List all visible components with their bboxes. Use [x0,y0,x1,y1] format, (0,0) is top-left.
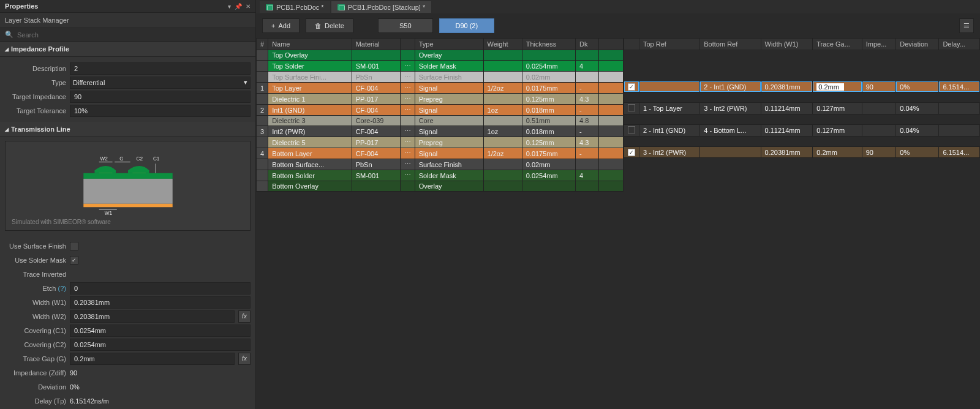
c2-input[interactable] [70,339,251,351]
search-input[interactable] [17,31,251,39]
w2-label: Width (W2) [5,313,66,320]
impedance-header-row: Top Ref Bottom Ref Width (W1) Trace Ga..… [624,39,980,50]
gap-input[interactable] [70,353,235,365]
impedance-row[interactable]: 2 - Int1 (GND)4 - Bottom L...0.11214mm0.… [624,125,980,137]
tab-stackup[interactable]: PCB1.PcbDoc [Stackup] * [331,1,432,13]
panel-title: Properties [5,2,38,10]
etch-input[interactable] [70,282,251,295]
svg-text:C2: C2 [136,156,143,162]
hamburger-icon: ☰ [963,22,970,30]
target-impedance-label: Target Impedance [5,93,66,100]
description-label: Description [5,65,66,72]
use-solder-checkbox[interactable]: ✓ [70,256,78,265]
stack-row[interactable]: Bottom OverlayOverlay [257,181,624,192]
toolbar: +Add 🗑Delete S50 D90 (2) ☰ [256,13,980,38]
search-icon: 🔍 [5,31,13,39]
deviation-label: Deviation [5,383,66,391]
spacer-row [624,61,980,71]
d90-button[interactable]: D90 (2) [439,18,494,33]
spacer-row [624,92,980,103]
stackup-grid[interactable]: # Name Material Type Weight Thickness Dk… [256,38,624,409]
impedance-row[interactable]: ✓2 - Int1 (GND)0.20381mm0.2mm900%6.1514.… [624,81,980,92]
impedance-form: Description TypeDifferential▾ Target Imp… [0,57,255,122]
stack-row[interactable]: Dielectric 5PP-017⋯Prepreg0.125mm4.3 [257,137,624,148]
w1-label: Width (W1) [5,299,66,306]
impedance-row[interactable]: ✓3 - Int2 (PWR)0.20381mm0.2mm900%6.1514.… [624,147,980,158]
pcb-icon [337,4,345,10]
gap-label: Trace Gap (G) [5,355,66,362]
svg-rect-0 [83,173,172,179]
tab-pcbdoc[interactable]: PCB1.PcbDoc * [260,1,330,13]
main-area: PCB1.PcbDoc * PCB1.PcbDoc [Stackup] * +A… [256,0,980,409]
use-surface-checkbox[interactable] [70,242,78,250]
impedance-profile-header[interactable]: ◢ Impedance Profile [0,42,255,57]
row-checkbox[interactable] [628,126,635,133]
transmission-form: Use Surface Finish Use Solder Mask✓ Trac… [0,235,255,409]
svg-text:C1: C1 [153,156,159,162]
delay-value: 6.15142ns/m [70,397,251,405]
c1-input[interactable] [70,325,251,337]
svg-text:W1: W1 [104,211,112,215]
pcb-icon [266,4,273,10]
s50-button[interactable]: S50 [378,18,433,33]
close-icon[interactable]: ✕ [246,3,251,10]
stack-row[interactable]: 4Bottom LayerCF-004⋯Signal1/2oz0.0175mm- [257,148,624,159]
search-row: 🔍 [0,28,255,42]
stackup-cross-section: W2 G C2 C1 W1 [67,154,189,215]
delay-label: Delay (Tp) [5,397,66,405]
transmission-diagram: W2 G C2 C1 W1 Simulated with SIMBEOR® so… [5,141,251,231]
panel-window-controls: ▾ 📌 ✕ [228,3,251,10]
stack-row[interactable]: Bottom Surface...PbSn⋯Surface Finish0.02… [257,159,624,170]
stackup-header-row: # Name Material Type Weight Thickness Dk [257,39,624,50]
type-label: Type [5,79,66,86]
zdiff-label: Impedance (Zdiff) [5,369,66,377]
spacer-row [624,71,980,81]
add-button[interactable]: +Add [262,18,300,33]
impedance-grid[interactable]: Top Ref Bottom Ref Width (W1) Trace Ga..… [624,38,980,409]
stack-row[interactable]: 1Top LayerCF-004⋯Signal1/2oz0.0175mm- [257,83,624,94]
w2-fx-button[interactable]: fx [238,310,251,323]
pin-icon[interactable]: 📌 [235,3,242,10]
delete-button[interactable]: 🗑Delete [306,18,353,33]
svg-rect-1 [83,179,172,204]
impedance-row[interactable]: 1 - Top Layer3 - Int2 (PWR)0.11214mm0.12… [624,103,980,114]
use-solder-label: Use Solder Mask [5,257,66,264]
gap-fx-button[interactable]: fx [238,353,251,365]
trace-inverted-label: Trace Inverted [5,271,66,278]
w2-input[interactable] [70,310,235,323]
target-impedance-input[interactable] [70,91,251,103]
row-checkbox[interactable] [628,104,635,111]
stack-row[interactable]: Top SolderSM-001⋯Solder Mask0.0254mm4 [257,61,624,72]
row-checkbox[interactable]: ✓ [628,83,635,91]
simulation-note: Simulated with SIMBEOR® software [12,219,244,225]
deviation-value: 0% [70,383,251,391]
c2-label: Covering (C2) [5,341,66,348]
stack-row[interactable]: Top OverlayOverlay [257,50,624,61]
stack-row[interactable]: Dielectric 1PP-017⋯Prepreg0.125mm4.3 [257,94,624,105]
stack-row[interactable]: Bottom SolderSM-001⋯Solder Mask0.0254mm4 [257,170,624,181]
collapse-icon: ◢ [5,47,9,52]
transmission-line-header[interactable]: ◢ Transmission Line [0,122,255,137]
target-tolerance-label: Target Tolerance [5,107,66,114]
svg-text:W2: W2 [100,156,108,162]
stack-row[interactable]: 3Int2 (PWR)CF-004⋯Signal1oz0.018mm- [257,126,624,137]
target-tolerance-input[interactable] [70,105,251,117]
trash-icon: 🗑 [315,22,322,29]
w1-input[interactable] [70,296,251,309]
row-checkbox[interactable]: ✓ [628,149,635,156]
dropdown-icon[interactable]: ▾ [228,3,231,10]
spacer-row [624,137,980,147]
chevron-down-icon: ▾ [244,78,247,86]
description-input[interactable] [70,62,251,75]
stack-row[interactable]: Dielectric 3Core-039Core0.51mm4.8 [257,116,624,126]
type-select[interactable]: Differential▾ [70,77,251,89]
properties-panel: Properties ▾ 📌 ✕ Layer Stack Manager 🔍 ◢… [0,0,256,409]
stack-row[interactable]: 2Int1 (GND)CF-004⋯Signal1oz0.018mm- [257,105,624,116]
etch-label: Etch (?) [5,285,66,292]
use-surface-label: Use Surface Finish [5,242,66,250]
stack-row[interactable]: Top Surface Fini...PbSn⋯Surface Finish0.… [257,72,624,83]
svg-rect-2 [83,204,172,207]
panel-subtitle: Layer Stack Manager [0,13,255,28]
hamburger-menu-button[interactable]: ☰ [959,18,974,33]
document-tabs: PCB1.PcbDoc * PCB1.PcbDoc [Stackup] * [256,0,980,13]
